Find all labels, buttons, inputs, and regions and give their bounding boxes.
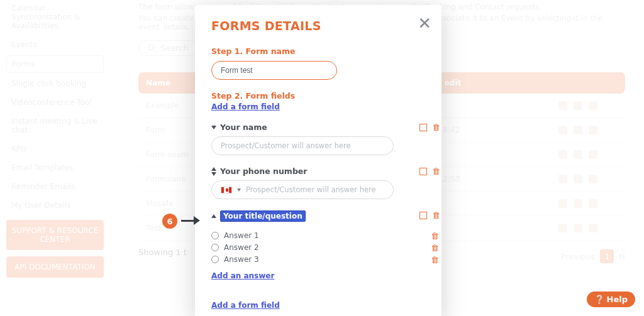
tutorial-arrow-icon [181, 216, 200, 225]
trash-icon[interactable]: 🗑 [432, 166, 440, 176]
close-icon[interactable]: ✕ [418, 15, 431, 31]
name-answer-input[interactable]: Prospect/Customer will answer here [211, 136, 394, 155]
answer-option[interactable]: Answer 1 🗑 [211, 231, 425, 240]
answer-label: Answer 3 [224, 255, 259, 264]
move-down-icon[interactable] [211, 126, 216, 129]
placeholder-text: Prospect/Customer will answer here [246, 185, 376, 194]
radio-icon [211, 232, 219, 239]
trash-icon[interactable]: 🗑 [431, 231, 439, 241]
answer-label: Answer 2 [224, 243, 259, 252]
field-question: Your title/question 🗑 Answer 1 🗑 Answer … [211, 210, 425, 280]
answer-option[interactable]: Answer 2 🗑 [211, 243, 425, 252]
field-label: Your phone number [220, 166, 307, 176]
add-form-field-link-bottom[interactable]: Add a form field [211, 301, 280, 310]
phone-answer-input[interactable]: Prospect/Customer will answer here [211, 180, 394, 199]
placeholder-text: Prospect/Customer will answer here [221, 141, 351, 150]
modal-title: FORMS DETAILS [211, 19, 425, 33]
trash-icon[interactable]: 🗑 [432, 210, 440, 220]
required-checkbox[interactable] [419, 168, 427, 175]
field-label: Your name [220, 123, 267, 132]
forms-details-modal: ✕ FORMS DETAILS Step 1. Form name Step 2… [195, 5, 441, 316]
move-up-icon[interactable] [211, 214, 216, 218]
required-checkbox[interactable] [419, 212, 427, 219]
add-form-field-link[interactable]: Add a form field [211, 102, 280, 111]
question-title-input[interactable]: Your title/question [220, 210, 306, 222]
chevron-down-icon[interactable] [237, 188, 241, 192]
answer-label: Answer 1 [224, 231, 259, 240]
form-name-input[interactable] [211, 61, 337, 80]
add-answer-link[interactable]: Add an answer [211, 271, 274, 280]
step2-label: Step 2. Form fields [211, 91, 425, 101]
radio-icon [211, 244, 219, 251]
trash-icon[interactable]: 🗑 [431, 255, 439, 264]
help-label: Help [607, 295, 628, 304]
field-your-phone: Your phone number Prospect/Customer will… [211, 166, 425, 199]
trash-icon[interactable]: 🗑 [432, 123, 440, 132]
radio-icon [211, 256, 219, 263]
step1-label: Step 1. Form name [211, 46, 425, 56]
required-checkbox[interactable] [419, 124, 427, 131]
help-icon: ❔ [594, 295, 604, 304]
flag-ca-icon[interactable] [221, 187, 232, 193]
trash-icon[interactable]: 🗑 [431, 243, 439, 253]
answer-option[interactable]: Answer 3 🗑 [211, 255, 425, 264]
move-down-icon[interactable] [211, 172, 216, 176]
move-up-icon[interactable] [211, 167, 216, 171]
field-your-name: Your name Prospect/Customer will answer … [211, 123, 425, 155]
help-button[interactable]: ❔ Help [587, 291, 635, 307]
tutorial-step-badge: 6 [162, 214, 177, 229]
